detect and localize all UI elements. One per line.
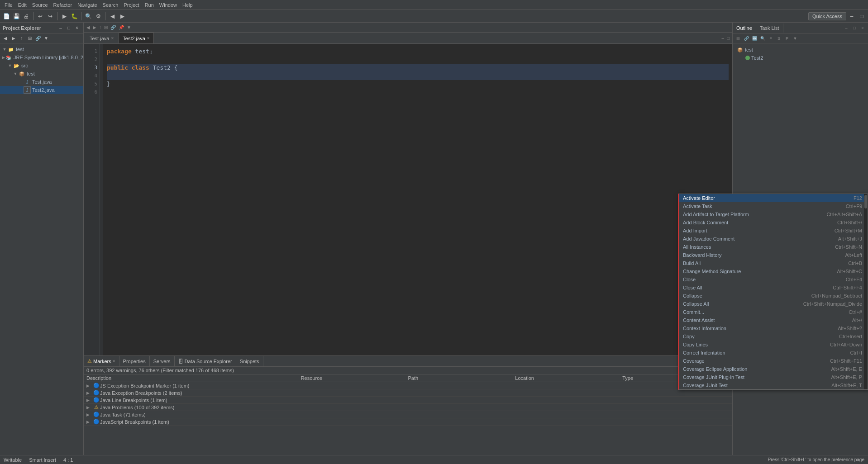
link-with-editor-button[interactable]: 🔗 xyxy=(34,35,42,42)
menu-item-10[interactable]: CloseCtrl+F4 xyxy=(679,275,868,284)
view-menu-button[interactable]: ▼ xyxy=(43,35,50,42)
editor-pin-button[interactable]: 📌 xyxy=(118,24,125,30)
menu-scrollbar[interactable] xyxy=(864,194,868,389)
new-button[interactable]: 📄 xyxy=(2,12,11,21)
expand-3[interactable]: ▶ xyxy=(86,405,93,410)
problem-row-0[interactable]: ▶ 🔵 JS Exception Breakpoint Marker (1 it… xyxy=(84,382,732,389)
menu-edit[interactable]: Edit xyxy=(15,1,29,9)
outline-filter-btn[interactable]: 🔍 xyxy=(759,35,766,42)
menu-item-6[interactable]: All InstancesCtrl+Shift+N xyxy=(679,243,868,251)
menu-search[interactable]: Search xyxy=(100,1,121,9)
tab-markers-close[interactable]: × xyxy=(113,359,115,364)
menu-item-20[interactable]: CoverageCtrl+Shift+F11 xyxy=(679,357,868,365)
menu-item-13[interactable]: Collapse AllCtrl+Shift+Numpad_Divide xyxy=(679,300,868,308)
menu-item-22[interactable]: Coverage JUnit Plug-in TestAlt+Shift+E, … xyxy=(679,373,868,381)
save-button[interactable]: 💾 xyxy=(12,12,21,21)
menu-item-1[interactable]: Activate TaskCtrl+F9 xyxy=(679,202,868,210)
menu-item-5[interactable]: Add Javadoc CommentAlt+Shift+J xyxy=(679,235,868,243)
up-nav-button[interactable]: ↑ xyxy=(18,35,25,42)
outline-tab-outline[interactable]: Outline xyxy=(733,24,756,33)
editor-forward-button[interactable]: ▶ xyxy=(92,24,97,30)
tab-test-java[interactable]: Test.java × xyxy=(86,33,118,43)
menu-item-3[interactable]: Add Block CommentCtrl+Shift+/ xyxy=(679,218,868,227)
minimize-panel-button[interactable]: – xyxy=(57,24,64,32)
menu-item-0[interactable]: Activate EditorF12 xyxy=(679,194,868,202)
outline-max-btn[interactable]: □ xyxy=(851,24,858,32)
tab-datasource[interactable]: 🗄 Data Source Explorer xyxy=(175,356,236,366)
tree-src[interactable]: ▼ 📂 src xyxy=(0,62,83,70)
tree-test2-java[interactable]: J Test2.java xyxy=(0,86,83,94)
menu-source[interactable]: Source xyxy=(29,1,51,9)
menu-item-8[interactable]: Build AllCtrl+B xyxy=(679,259,868,267)
outline-hide-static-btn[interactable]: S xyxy=(775,35,782,42)
outline-view-menu-btn[interactable]: ▼ xyxy=(792,35,799,42)
tab-test-java-close[interactable]: × xyxy=(111,36,114,41)
menu-item-19[interactable]: Correct IndentationCtrl+I xyxy=(679,349,868,357)
search-button[interactable]: 🔍 xyxy=(84,12,93,21)
menu-navigate[interactable]: Navigate xyxy=(75,1,100,9)
editor-back-button[interactable]: ◀ xyxy=(86,24,91,30)
menu-item-9[interactable]: Change Method SignatureAlt+Shift+C xyxy=(679,267,868,275)
menu-item-17[interactable]: CopyCtrl+Insert xyxy=(679,332,868,341)
menu-file[interactable]: File xyxy=(2,1,15,9)
problem-row-5[interactable]: ▶ 🔵 JavaScript Breakpoints (1 item) xyxy=(84,418,732,426)
editor-options-button[interactable]: ▼ xyxy=(126,24,132,30)
outline-hide-fields-btn[interactable]: F xyxy=(767,35,774,42)
tab-snippets[interactable]: Snippets xyxy=(236,356,263,366)
menu-item-7[interactable]: Backward HistoryAlt+Left xyxy=(679,251,868,259)
menu-project[interactable]: Project xyxy=(121,1,142,9)
tree-test-java[interactable]: J Test.java xyxy=(0,78,83,86)
tree-package[interactable]: ▼ 📦 test xyxy=(0,70,83,78)
editor-min-button[interactable]: – xyxy=(720,35,725,41)
minimize-window-button[interactable]: – xyxy=(847,12,856,21)
menu-item-15[interactable]: Content AssistAlt+/ xyxy=(679,316,868,324)
editor-up-button[interactable]: ↑ xyxy=(98,24,102,30)
debug-button[interactable]: 🐛 xyxy=(70,12,79,21)
quick-access-button[interactable]: Quick Access xyxy=(808,12,846,20)
expand-4[interactable]: ▶ xyxy=(86,412,93,417)
tab-servers[interactable]: Servers xyxy=(150,356,175,366)
menu-item-23[interactable]: Coverage JUnit TestAlt+Shift+E, T xyxy=(679,381,868,389)
outline-link-btn[interactable]: 🔗 xyxy=(743,35,750,42)
outline-min-btn[interactable]: – xyxy=(843,24,850,32)
menu-window[interactable]: Window xyxy=(157,1,180,9)
menu-scrollbar-thumb[interactable] xyxy=(864,195,867,208)
expand-1[interactable]: ▶ xyxy=(86,391,93,395)
forward-nav-button[interactable]: ▶ xyxy=(10,35,17,42)
menu-item-16[interactable]: Context InformationAlt+Shift+? xyxy=(679,324,868,332)
maximize-panel-button[interactable]: □ xyxy=(65,24,72,32)
expand-2[interactable]: ▶ xyxy=(86,398,93,402)
menu-help[interactable]: Help xyxy=(180,1,196,9)
run-button[interactable]: ▶ xyxy=(60,12,69,21)
tab-test2-java[interactable]: Test2.java × xyxy=(119,33,153,43)
menu-item-18[interactable]: Copy LinesCtrl+Alt+Down xyxy=(679,341,868,349)
tab-test2-java-close[interactable]: × xyxy=(147,36,150,41)
expand-0[interactable]: ▶ xyxy=(86,384,93,388)
menu-item-2[interactable]: Add Artifact to Target PlatformCtrl+Alt+… xyxy=(679,210,868,218)
problem-row-3[interactable]: ▶ ⚠ Java Problems (100 of 392 items) xyxy=(84,404,732,411)
problem-row-2[interactable]: ▶ 🔵 Java Line Breakpoints (1 item) xyxy=(84,397,732,404)
outline-item-test[interactable]: 📦 test xyxy=(734,45,866,54)
print-button[interactable]: 🖨 xyxy=(22,12,31,21)
undo-button[interactable]: ↩ xyxy=(36,12,45,21)
menu-item-14[interactable]: Commit...Ctrl+# xyxy=(679,308,868,316)
menu-run[interactable]: Run xyxy=(142,1,157,9)
editor-history-button[interactable]: ⊟ xyxy=(103,24,109,30)
refactor-button[interactable]: ⚙ xyxy=(94,12,103,21)
outline-sort-btn[interactable]: 🔤 xyxy=(751,35,758,42)
menu-item-11[interactable]: Close AllCtrl+Shift+F4 xyxy=(679,284,868,292)
menu-item-12[interactable]: CollapseCtrl+Numpad_Subtract xyxy=(679,292,868,300)
prev-button[interactable]: ◀ xyxy=(108,12,117,21)
tree-root[interactable]: ▼ 📁 test xyxy=(0,45,83,53)
close-panel-button[interactable]: × xyxy=(73,24,81,32)
back-nav-button[interactable]: ◀ xyxy=(2,35,9,42)
tab-properties[interactable]: Properties xyxy=(119,356,150,366)
problem-row-4[interactable]: ▶ 🔵 Java Task (71 items) xyxy=(84,411,732,418)
outline-item-test2[interactable]: Test2 xyxy=(734,54,866,62)
outline-collapse-btn[interactable]: ⊟ xyxy=(734,35,742,42)
maximize-window-button[interactable]: □ xyxy=(857,12,866,21)
outline-hide-nonpublic-btn[interactable]: P xyxy=(783,35,791,42)
expand-5[interactable]: ▶ xyxy=(86,420,93,424)
tab-markers[interactable]: ⚠ Markers × xyxy=(84,356,119,366)
menu-refactor[interactable]: Refactor xyxy=(51,1,75,9)
